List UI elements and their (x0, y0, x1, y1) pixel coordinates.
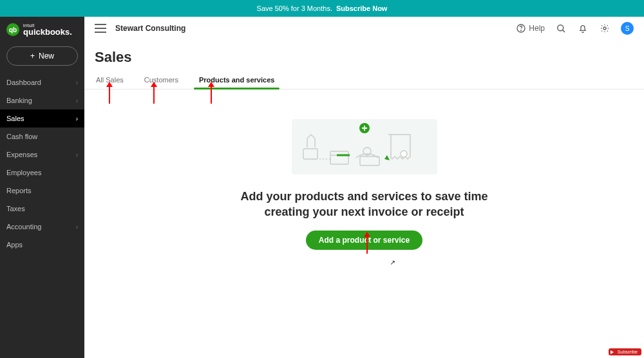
svg-rect-8 (360, 156, 379, 165)
logo[interactable]: qb intuit quickbooks. (0, 21, 84, 42)
sidebar-item-reports[interactable]: Reports (0, 182, 84, 200)
chevron-right-icon: › (76, 115, 78, 122)
topbar: Stewart Consulting Help S (84, 17, 644, 40)
sidebar-item-apps[interactable]: Apps (0, 236, 84, 254)
sidebar-nav: Dashboard›Banking›Sales›Cash flowExpense… (0, 73, 84, 254)
bell-icon (578, 23, 588, 33)
sidebar-item-accounting[interactable]: Accounting› (0, 218, 84, 236)
svg-point-1 (521, 30, 522, 31)
plus-icon: + (30, 52, 35, 61)
settings-button[interactable] (599, 23, 611, 34)
company-name: Stewart Consulting (115, 24, 185, 33)
chevron-right-icon: › (76, 79, 78, 86)
gear-icon (600, 23, 610, 33)
subscribe-badge[interactable]: Subscribe (609, 348, 641, 355)
sidebar-item-label: Banking (6, 97, 32, 104)
help-icon (516, 23, 526, 33)
svg-rect-6 (330, 151, 348, 164)
hamburger-icon[interactable] (95, 24, 106, 33)
new-button[interactable]: + New (6, 46, 78, 66)
sidebar-item-taxes[interactable]: Taxes (0, 200, 84, 218)
empty-state: Add your products and services to save t… (84, 90, 644, 358)
avatar[interactable]: S (621, 22, 634, 35)
page-title: Sales (84, 40, 644, 68)
sidebar-item-label: Apps (6, 241, 23, 249)
help-label: Help (529, 24, 545, 33)
tab-customers[interactable]: Customers (143, 71, 180, 89)
sidebar-item-label: Cash flow (6, 133, 37, 140)
svg-point-2 (558, 25, 564, 31)
sidebar-item-expenses[interactable]: Expenses› (0, 146, 84, 164)
svg-point-4 (603, 27, 606, 30)
search-icon (555, 23, 567, 34)
empty-heading: Add your products and services to save t… (240, 189, 488, 220)
svg-line-3 (563, 30, 565, 32)
help-button[interactable]: Help (516, 23, 545, 33)
sidebar-item-employees[interactable]: Employees (0, 164, 84, 182)
promo-cta[interactable]: Subscribe Now (336, 5, 387, 12)
sidebar: qb intuit quickbooks. + New Dashboard›Ba… (0, 17, 84, 358)
sidebar-item-sales[interactable]: Sales› (0, 109, 84, 127)
sidebar-item-label: Reports (6, 187, 32, 194)
products-illustration (292, 119, 437, 174)
chevron-right-icon: › (76, 151, 78, 158)
search-button[interactable] (555, 23, 567, 34)
tab-all-sales[interactable]: All Sales (95, 71, 125, 89)
sidebar-item-dashboard[interactable]: Dashboard› (0, 73, 84, 91)
sidebar-item-label: Dashboard (6, 79, 41, 86)
svg-rect-5 (303, 149, 317, 159)
tabs: All SalesCustomersProducts and services (84, 68, 644, 90)
logo-text: intuit quickbooks. (23, 23, 72, 36)
chevron-right-icon: › (76, 223, 78, 231)
sidebar-item-label: Employees (6, 169, 41, 176)
logo-badge-icon: qb (6, 23, 19, 36)
sidebar-item-label: Accounting (6, 223, 41, 231)
svg-point-9 (401, 151, 407, 157)
sidebar-item-cash-flow[interactable]: Cash flow (0, 127, 84, 146)
chevron-right-icon: › (76, 97, 78, 104)
sidebar-item-label: Sales (6, 115, 24, 122)
notifications-button[interactable] (577, 23, 589, 34)
sidebar-item-label: Taxes (6, 205, 25, 212)
promo-banner: Save 50% for 3 Months. Subscribe Now (0, 0, 644, 17)
sidebar-item-banking[interactable]: Banking› (0, 91, 84, 109)
tab-products-and-services[interactable]: Products and services (198, 71, 276, 89)
sidebar-item-label: Expenses (6, 151, 37, 158)
main: Stewart Consulting Help S Sales All S (84, 17, 644, 358)
promo-text: Save 50% for 3 Months. (257, 5, 332, 12)
add-product-button[interactable]: Add a product or service (306, 231, 422, 250)
new-button-label: New (39, 52, 54, 61)
